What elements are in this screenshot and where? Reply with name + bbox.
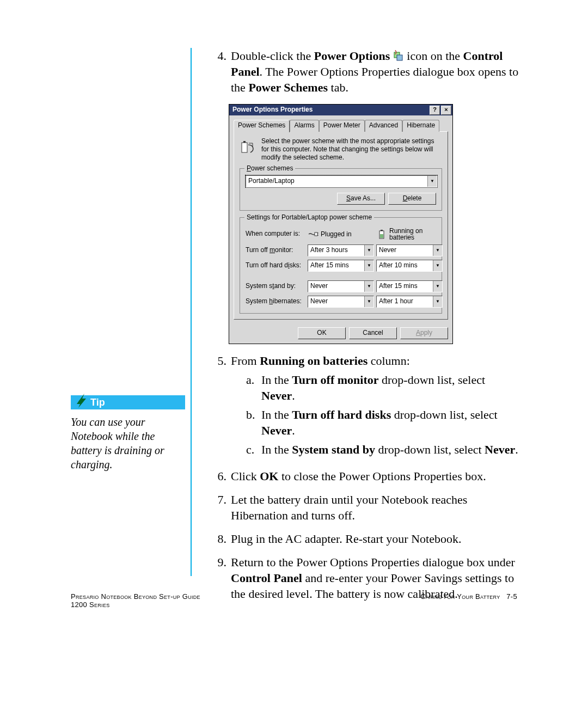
bold: Turn off hard disks xyxy=(292,408,391,421)
step-body: Double-click the Power Options icon on t… xyxy=(231,48,519,95)
text: to close the Power Options Properties bo… xyxy=(278,469,486,483)
row-monitor: Turn off monitor: After 3 hours▼ Never▼ xyxy=(246,244,436,256)
dropdown-icon[interactable]: ▼ xyxy=(433,245,442,256)
battery-label: Running on batteries xyxy=(389,228,442,241)
row-standby: System stand by: Never▼ After 15 mins▼ xyxy=(246,280,436,292)
step-5b: b. In the Turn off hard disks drop-down … xyxy=(246,407,519,438)
svg-rect-3 xyxy=(243,141,246,143)
cancel-button[interactable]: Cancel xyxy=(349,327,397,339)
step-8: 8. Plug in the AC adapter. Re-start your… xyxy=(209,531,519,547)
dropdown-icon[interactable]: ▼ xyxy=(433,260,442,271)
svg-rect-4 xyxy=(315,232,317,236)
step-5a: a. In the Turn off monitor drop-down lis… xyxy=(246,372,519,403)
scheme-select[interactable]: Portable/Laptop ▼ xyxy=(246,175,437,187)
bold: OK xyxy=(260,469,278,483)
footer-left: Presario Notebook Beyond Set-up Guide 12… xyxy=(71,592,200,609)
text: In the xyxy=(261,408,292,421)
step-body: From Running on batteries column: a. In … xyxy=(231,353,519,461)
plug-icon xyxy=(308,229,318,240)
delete-button[interactable]: Delete xyxy=(388,193,436,205)
footer-right: Caring for Your Battery 7-5 xyxy=(420,592,517,609)
battery-icon xyxy=(240,137,257,155)
text: Click xyxy=(231,469,260,483)
column-divider xyxy=(191,48,192,576)
dropdown-icon[interactable]: ▼ xyxy=(427,176,437,187)
text: icon on the xyxy=(407,49,463,63)
bold: Never xyxy=(261,389,292,402)
ok-button[interactable]: OK xyxy=(298,327,346,339)
when-label: When computer is: xyxy=(246,230,304,238)
tab-advanced[interactable]: Advanced xyxy=(365,120,402,132)
save-as-button[interactable]: Save As... xyxy=(337,193,385,205)
monitor-battery-select[interactable]: Never▼ xyxy=(376,244,443,256)
dialog-body: Power Schemes Alarms Power Meter Advance… xyxy=(229,115,452,324)
close-button[interactable]: × xyxy=(441,106,451,115)
description-row: Select the power scheme with the most ap… xyxy=(240,137,442,162)
footer-series: 1200 Series xyxy=(71,601,200,609)
tip-heading: Tip xyxy=(71,395,185,409)
disks-battery-select[interactable]: After 10 mins▼ xyxy=(376,260,443,272)
dropdown-icon[interactable]: ▼ xyxy=(364,245,373,256)
battery-small-icon xyxy=(376,229,387,240)
label: System stand by: xyxy=(246,282,304,291)
bold: Control Panel xyxy=(231,571,302,585)
svg-rect-8 xyxy=(381,230,383,231)
label: System hibernates: xyxy=(246,297,304,306)
tab-power-meter[interactable]: Power Meter xyxy=(319,120,365,132)
step-body: Click OK to close the Power Options Prop… xyxy=(231,468,519,484)
disks-plugged-select[interactable]: After 15 mins▼ xyxy=(308,260,374,272)
step-number: 8. xyxy=(209,531,231,547)
step-7: 7. Let the battery drain until your Note… xyxy=(209,492,519,523)
main-content: 4. Double-click the Power Options icon o… xyxy=(209,48,519,609)
group-title: Settings for Portable/Laptop power schem… xyxy=(244,213,374,222)
bold: Never xyxy=(485,443,515,456)
text: Double-click the xyxy=(231,49,314,63)
battery-header: Running on batteries xyxy=(376,228,442,241)
step-body: Let the battery drain until your Noteboo… xyxy=(231,492,519,523)
text: drop-down list, select xyxy=(391,408,498,421)
sub-letter: a. xyxy=(246,372,261,403)
dialog-titlebar[interactable]: Power Options Properties ? × xyxy=(229,105,452,115)
plugged-header: Plugged in xyxy=(308,229,373,240)
tab-power-schemes[interactable]: Power Schemes xyxy=(234,120,290,132)
dropdown-icon[interactable]: ▼ xyxy=(364,260,373,271)
group-power-schemes: Power schemes Portable/Laptop ▼ Save As.… xyxy=(240,168,442,211)
text: drop-down list, select xyxy=(375,443,485,456)
hibernate-battery-select[interactable]: After 1 hour▼ xyxy=(376,296,443,308)
page-footer: Presario Notebook Beyond Set-up Guide 12… xyxy=(71,592,517,609)
hibernate-plugged-select[interactable]: Never▼ xyxy=(308,296,374,308)
footer-section: Caring for Your Battery xyxy=(420,592,500,601)
dropdown-icon[interactable]: ▼ xyxy=(364,281,373,292)
apply-button[interactable]: Apply xyxy=(400,327,448,339)
value: After 10 mins xyxy=(377,260,433,271)
bold: Power Schemes xyxy=(248,81,328,94)
dropdown-icon[interactable]: ▼ xyxy=(433,281,442,292)
bold: Turn off monitor xyxy=(292,373,378,387)
svg-rect-1 xyxy=(397,55,402,60)
text: . xyxy=(515,443,518,456)
text: In the xyxy=(261,373,292,387)
monitor-plugged-select[interactable]: After 3 hours▼ xyxy=(308,244,374,256)
tab-hibernate[interactable]: Hibernate xyxy=(402,120,439,132)
sub-body: In the Turn off monitor drop-down list, … xyxy=(261,372,519,403)
text: . xyxy=(292,389,295,402)
bold: Never xyxy=(261,424,292,437)
value: Never xyxy=(308,281,364,292)
step-number: 4. xyxy=(209,48,231,95)
value: Never xyxy=(377,245,433,256)
bold: System stand by xyxy=(292,443,375,456)
plugged-label: Plugged in xyxy=(321,231,352,238)
help-button[interactable]: ? xyxy=(430,106,440,115)
dialog-footer: OK Cancel Apply xyxy=(229,324,452,344)
tab-panel: Select the power scheme with the most ap… xyxy=(234,131,448,320)
step-number: 7. xyxy=(209,492,231,523)
standby-plugged-select[interactable]: Never▼ xyxy=(308,280,374,292)
dropdown-icon[interactable]: ▼ xyxy=(433,296,442,307)
dropdown-icon[interactable]: ▼ xyxy=(364,296,373,307)
step-body: Plug in the AC adapter. Re-start your No… xyxy=(231,531,519,547)
row-hibernate: System hibernates: Never▼ After 1 hour▼ xyxy=(246,296,436,308)
svg-rect-2 xyxy=(242,143,247,152)
standby-battery-select[interactable]: After 15 mins▼ xyxy=(376,280,443,292)
sub-letter: b. xyxy=(246,407,261,438)
tab-alarms[interactable]: Alarms xyxy=(290,120,318,132)
